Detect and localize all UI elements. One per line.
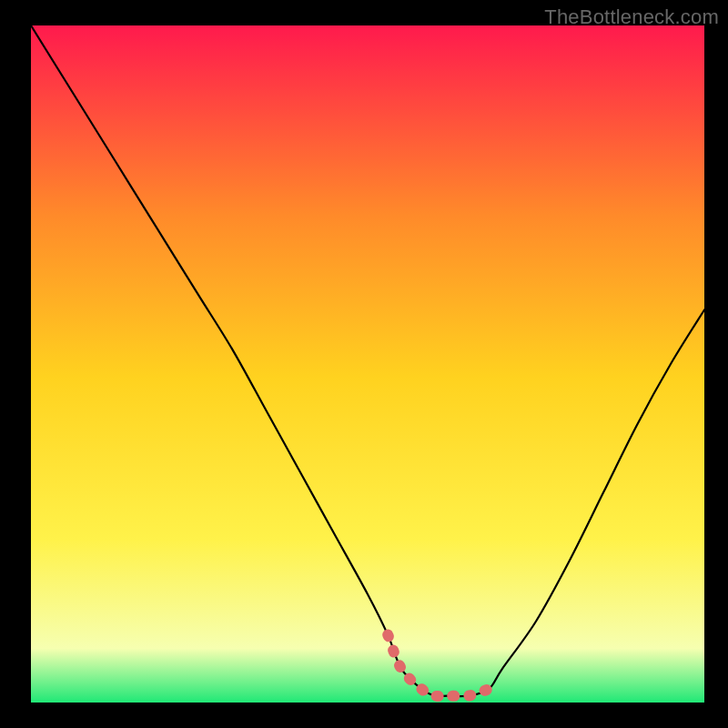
chart-svg — [31, 25, 704, 703]
gradient-background — [31, 25, 704, 703]
plot-area — [31, 25, 704, 703]
chart-stage: TheBottleneck.com — [0, 0, 728, 728]
